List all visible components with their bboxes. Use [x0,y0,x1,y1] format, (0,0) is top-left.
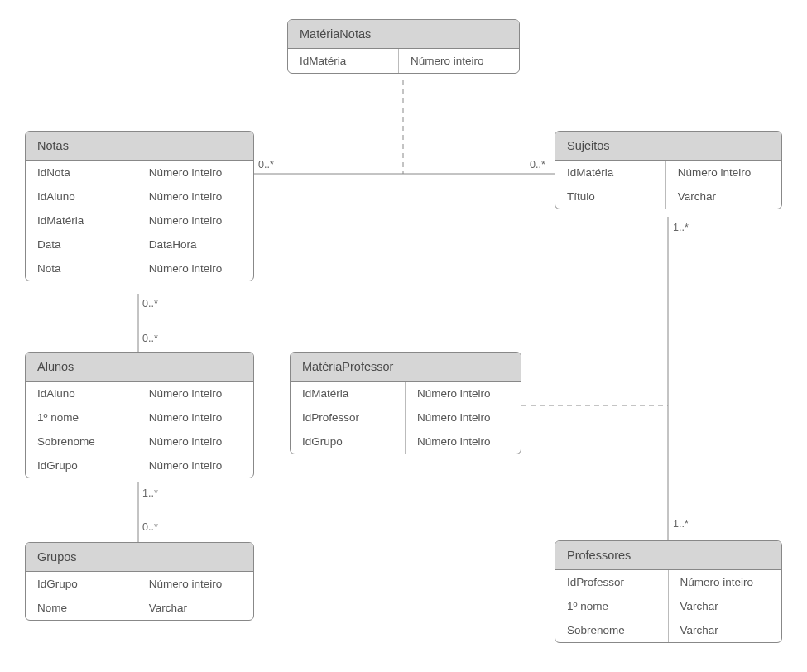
entity-title: Professores [555,541,781,570]
cardinality-label: 0..* [142,521,158,533]
cardinality-label: 1..* [673,518,689,530]
field-type: Número inteiro [666,161,781,185]
diagram-canvas: MatériaNotas IdMatéria Número inteiro No… [0,0,807,672]
field-name: IdMatéria [288,49,398,73]
field-name: Título [555,185,665,209]
field-name: 1º nome [555,594,668,618]
field-name: IdProfessor [291,406,405,430]
field-type: Número inteiro [137,572,253,596]
entity-alunos: Alunos IdAluno 1º nome Sobrenome IdGrupo… [25,352,254,478]
cardinality-label: 0..* [530,159,545,170]
entity-title: MatériaProfessor [291,353,521,382]
entity-sujeitos: Sujeitos IdMatéria Título Número inteiro… [555,131,782,209]
field-type: Varchar [137,596,253,620]
field-name: Sobrenome [26,430,137,454]
entity-materia-notas: MatériaNotas IdMatéria Número inteiro [287,19,520,74]
field-type: Número inteiro [399,49,519,73]
field-type: Número inteiro [137,209,253,233]
entity-notas: Notas IdNota IdAluno IdMatéria Data Nota… [25,131,254,281]
field-type: Número inteiro [406,430,521,454]
field-type: Número inteiro [137,382,253,406]
field-name: IdMatéria [291,382,405,406]
field-name: IdMatéria [555,161,665,185]
entity-title: MatériaNotas [288,20,519,49]
field-name: IdProfessor [555,570,668,594]
field-name: Sobrenome [555,618,668,642]
field-name: IdGrupo [291,430,405,454]
cardinality-label: 0..* [142,333,158,344]
cardinality-label: 0..* [258,159,274,170]
field-type: Número inteiro [137,430,253,454]
field-name: Nota [26,257,137,281]
field-name: 1º nome [26,406,137,430]
field-name: IdAluno [26,185,137,209]
field-type: Varchar [669,618,782,642]
field-name: IdAluno [26,382,137,406]
field-name: IdGrupo [26,572,137,596]
field-name: Nome [26,596,137,620]
cardinality-label: 1..* [673,222,689,233]
entity-title: Sujeitos [555,132,781,161]
field-type: Número inteiro [137,257,253,281]
field-type: Número inteiro [669,570,782,594]
entity-title: Grupos [26,543,253,572]
field-type: Número inteiro [137,185,253,209]
field-type: Número inteiro [137,406,253,430]
entity-materia-professor: MatériaProfessor IdMatéria IdProfessor I… [290,352,521,454]
entity-grupos: Grupos IdGrupo Nome Número inteiro Varch… [25,542,254,621]
field-name: IdMatéria [26,209,137,233]
entity-professores: Professores IdProfessor 1º nome Sobrenom… [555,540,782,643]
field-type: Número inteiro [406,382,521,406]
entity-title: Notas [26,132,253,161]
field-type: Varchar [669,594,782,618]
field-type: Varchar [666,185,781,209]
field-type: DataHora [137,233,253,257]
field-type: Número inteiro [406,406,521,430]
cardinality-label: 0..* [142,298,158,310]
field-name: IdNota [26,161,137,185]
entity-title: Alunos [26,353,253,382]
field-name: IdGrupo [26,454,137,478]
field-type: Número inteiro [137,161,253,185]
field-type: Número inteiro [137,454,253,478]
cardinality-label: 1..* [142,487,158,499]
field-name: Data [26,233,137,257]
